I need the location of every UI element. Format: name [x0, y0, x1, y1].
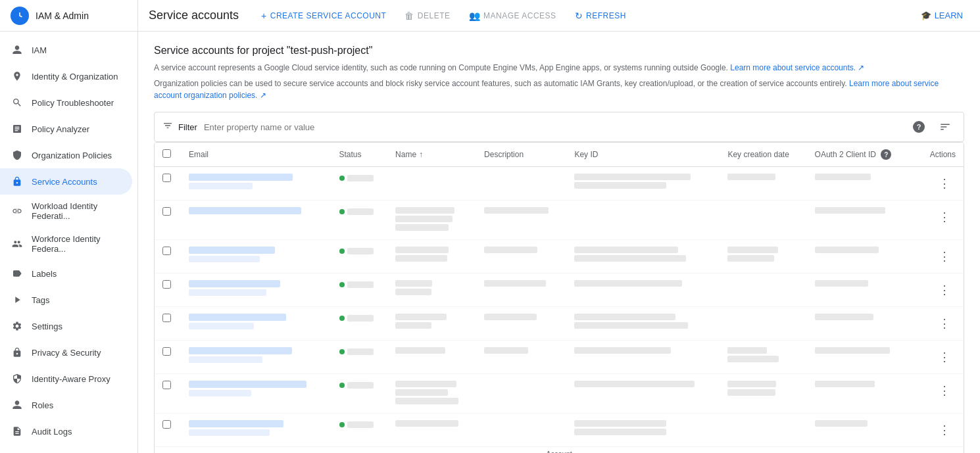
identity-org-icon [11, 70, 24, 83]
sidebar-item-policy-analyzer[interactable]: Policy Analyzer [0, 116, 132, 142]
select-all-col [155, 143, 181, 167]
status-badge [339, 382, 374, 389]
row-checkbox[interactable] [162, 314, 171, 322]
actions-cell: ⋮ [911, 414, 964, 447]
email-cell [181, 201, 331, 240]
sidebar-item-roles[interactable]: Roles [0, 392, 132, 418]
description-1: A service account represents a Google Cl… [154, 62, 964, 74]
row-checkbox-cell [155, 307, 181, 341]
row-checkbox[interactable] [162, 280, 171, 289]
name-cell [387, 374, 476, 414]
actions-cell: ⋮ [911, 307, 964, 341]
key-creation-date-cell [720, 274, 806, 307]
refresh-icon: ↻ [575, 11, 583, 21]
email-value[interactable] [189, 207, 324, 214]
sidebar-item-policy-troubleshooter[interactable]: Policy Troubleshooter [0, 89, 132, 116]
row-checkbox[interactable] [162, 174, 171, 182]
oauth-id-cell [807, 414, 911, 447]
key-creation-date-cell [720, 414, 806, 447]
manage-access-button[interactable]: 👥 MANAGE ACCESS [462, 7, 563, 25]
name-sort[interactable]: Name ↑ [395, 150, 423, 159]
sidebar-item-identity-org-label: Identity & Organization [32, 72, 118, 82]
name-col-header[interactable]: Name ↑ [387, 143, 476, 167]
row-checkbox[interactable] [162, 247, 171, 255]
sidebar-item-identity-aware-proxy[interactable]: Identity-Aware Proxy [0, 366, 132, 392]
workforce-identity-icon [11, 237, 24, 250]
key-id-cell [566, 341, 720, 374]
content-area: Service accounts for project "test-push-… [138, 32, 980, 453]
actions-cell: ⋮ [911, 374, 964, 414]
table-row: ⋮ [155, 274, 964, 307]
row-menu-button[interactable]: ⋮ [933, 207, 956, 227]
row-menu-button[interactable]: ⋮ [933, 280, 956, 300]
oauth-help-icon[interactable]: ? [881, 149, 891, 160]
name-cell [387, 240, 476, 274]
status-cell [331, 307, 388, 341]
description-cell [476, 374, 566, 414]
description-col-header: Description [476, 143, 566, 167]
status-badge [339, 208, 374, 215]
top-bar: Service accounts + CREATE SERVICE ACCOUN… [138, 0, 980, 32]
learn-button[interactable]: 🎓 LEARN [914, 7, 969, 24]
row-menu-button[interactable]: ⋮ [933, 174, 956, 193]
sidebar-item-workload-identity[interactable]: Workload Identity Federati... [0, 195, 132, 227]
sidebar-header: IAM & Admin [0, 0, 137, 32]
row-checkbox[interactable] [162, 420, 171, 429]
page-title: Service accounts [149, 9, 239, 22]
description-2: Organization policies can be used to sec… [154, 78, 964, 101]
sidebar-item-tags[interactable]: Tags [0, 287, 132, 313]
privacy-security-icon [11, 346, 24, 359]
row-menu-button[interactable]: ⋮ [933, 247, 956, 266]
row-menu-button[interactable]: ⋮ [933, 314, 956, 333]
select-all-checkbox[interactable] [162, 149, 171, 158]
create-service-account-button[interactable]: + CREATE SERVICE ACCOUNT [255, 7, 393, 25]
help-button[interactable]: ? [908, 116, 929, 137]
email-value[interactable] [189, 280, 324, 296]
email-value[interactable] [189, 420, 324, 436]
sidebar-item-policy-troubleshooter-label: Policy Troubleshooter [32, 98, 114, 108]
app-name: IAM & Admin [36, 11, 89, 21]
refresh-button[interactable]: ↻ REFRESH [568, 7, 633, 25]
learn-more-service-accounts-link[interactable]: Learn more about service accounts. ↗ [730, 63, 864, 72]
sidebar-item-identity-org[interactable]: Identity & Organization [0, 63, 132, 89]
key-creation-date-cell [720, 341, 806, 374]
status-cell [331, 201, 388, 240]
table-row: ⋮ [155, 414, 964, 447]
key-id-cell [566, 274, 720, 307]
sidebar-item-iam[interactable]: IAM [0, 37, 132, 63]
row-checkbox[interactable] [162, 347, 171, 356]
sidebar-item-workforce-identity[interactable]: Workforce Identity Federa... [0, 227, 132, 260]
sidebar-item-audit-logs[interactable]: Audit Logs [0, 418, 132, 444]
email-value[interactable] [189, 381, 324, 396]
filter-bar: Filter ? [154, 112, 964, 142]
description-cell [476, 167, 566, 201]
key-date-col-header: Key creation date [720, 143, 806, 167]
row-menu-button[interactable]: ⋮ [933, 420, 956, 440]
row-menu-button[interactable]: ⋮ [933, 347, 956, 367]
row-menu-button[interactable]: ⋮ [933, 381, 956, 400]
sidebar-item-labels[interactable]: Labels [0, 260, 132, 287]
filter-input[interactable] [204, 122, 908, 132]
row-checkbox[interactable] [162, 207, 171, 216]
row-checkbox-cell [155, 274, 181, 307]
email-cell [181, 414, 331, 447]
sidebar-item-org-policies[interactable]: Organization Policies [0, 142, 132, 168]
status-badge [339, 315, 374, 322]
status-badge [339, 348, 374, 355]
email-value[interactable] [189, 247, 324, 262]
delete-button[interactable]: 🗑 DELETE [398, 7, 456, 25]
email-value[interactable] [189, 174, 324, 189]
key-creation-date-cell [720, 374, 806, 414]
create-icon: + [261, 11, 267, 21]
email-cell [181, 240, 331, 274]
section-heading: Service accounts for project "test-push-… [154, 45, 964, 57]
oauth-id-cell [807, 307, 911, 341]
sidebar-item-manage-resources[interactable]: Manage Resources [0, 444, 132, 453]
sidebar-item-privacy-security[interactable]: Privacy & Security [0, 339, 132, 366]
email-value[interactable] [189, 314, 324, 329]
sidebar-item-service-accounts[interactable]: Service Accounts [0, 168, 132, 195]
email-value[interactable] [189, 347, 324, 363]
column-toggle-button[interactable] [935, 116, 956, 137]
row-checkbox[interactable] [162, 381, 171, 389]
sidebar-item-settings[interactable]: Settings [0, 313, 132, 339]
